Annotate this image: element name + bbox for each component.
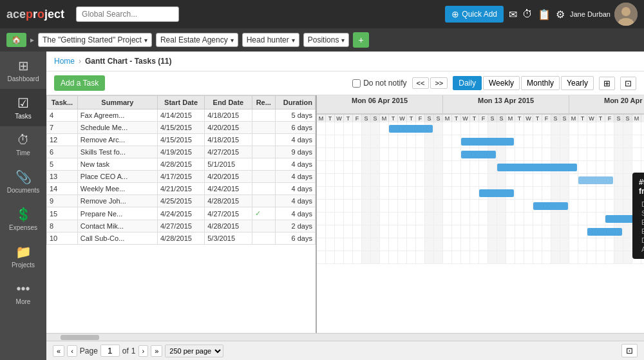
prev-page-button[interactable]: ‹ <box>67 345 77 357</box>
gantt-cell <box>623 251 632 263</box>
prev-prev-button[interactable]: << <box>412 77 430 89</box>
gantt-cell <box>443 251 452 263</box>
project-dropdown[interactable]: The "Getting Started" Project <box>38 33 152 47</box>
fullscreen-button[interactable]: ⊡ <box>621 344 638 357</box>
mail-icon[interactable]: ✉ <box>509 8 517 21</box>
gantt-settings-button[interactable]: ⊞ <box>599 77 615 90</box>
gantt-cell <box>587 187 596 199</box>
table-row[interactable]: 5 New task 4/28/2015 5/1/2015 4 days <box>47 158 316 171</box>
gantt-cell <box>362 200 371 212</box>
tab-monthly[interactable]: Monthly <box>521 76 560 90</box>
gantt-cell <box>623 161 632 173</box>
gantt-cell <box>335 251 344 263</box>
gantt-cell <box>326 135 335 147</box>
table-row[interactable]: 10 Call Sub-Co... 4/28/2015 5/3/2015 6 d… <box>47 232 316 245</box>
quick-add-button[interactable]: ⊕ Quick Add <box>445 6 504 23</box>
gantt-cell <box>623 187 632 199</box>
gantt-cell <box>542 251 551 263</box>
positions-dropdown[interactable]: Positions <box>303 33 350 47</box>
gantt-scrollbar[interactable] <box>46 333 644 341</box>
gantt-cell <box>434 213 443 225</box>
gantt-cell <box>434 148 443 160</box>
gantt-cell <box>587 135 596 147</box>
toolbar: Add a Task Do not notify << >> Daily Wee… <box>46 71 644 95</box>
table-row[interactable]: 15 Prepare Ne... 4/24/2015 4/27/2015 ✓ 4… <box>47 207 316 220</box>
gantt-cell <box>326 213 335 225</box>
breadcrumb-home-link[interactable]: Home <box>54 57 75 66</box>
sidebar-item-dashboard[interactable]: ⊞ Dashboard <box>0 52 46 89</box>
gantt-cell <box>335 225 344 238</box>
gantt-cell <box>425 135 434 147</box>
add-tab-button[interactable]: + <box>353 32 368 48</box>
settings-icon[interactable]: ⚙ <box>556 8 565 21</box>
per-page-select[interactable]: 250 per page <box>165 345 223 357</box>
gantt-cell <box>371 187 380 199</box>
table-row[interactable]: 13 Place CEO A... 4/17/2015 4/20/2015 4 … <box>47 171 316 183</box>
gantt-chart[interactable]: Mon 06 Apr 2015Mon 13 Apr 2015Mon 20 Apr… <box>317 95 644 333</box>
clock-icon[interactable]: ⏱ <box>522 8 533 20</box>
table-row[interactable]: 7 Schedule Me... 4/15/2015 4/20/2015 6 d… <box>47 122 316 134</box>
notify-checkbox[interactable] <box>352 79 361 88</box>
gantt-cell <box>470 200 479 212</box>
gantt-cell <box>461 251 470 263</box>
gantt-cell <box>497 213 506 225</box>
agency-dropdown[interactable]: Real Estate Agency <box>156 33 238 47</box>
last-page-button[interactable]: » <box>151 345 162 357</box>
table-row[interactable]: 8 Contact Mik... 4/27/2015 4/28/2015 2 d… <box>47 220 316 232</box>
sidebar-item-documents[interactable]: 📎 Documents <box>0 163 46 200</box>
gantt-bar <box>479 189 514 197</box>
headhunter-dropdown-label: Head hunter <box>247 35 289 44</box>
add-task-button[interactable]: Add a Task <box>54 75 105 91</box>
table-row[interactable]: 9 Remove Joh... 4/25/2015 4/28/2015 4 da… <box>47 195 316 207</box>
table-row[interactable]: 14 Weekly Mee... 4/21/2015 4/24/2015 4 d… <box>47 183 316 195</box>
gantt-cell <box>488 251 497 263</box>
gantt-cell <box>452 135 461 147</box>
gantt-cell <box>596 213 605 225</box>
gantt-day-cell: T <box>407 115 416 122</box>
gantt-cell <box>425 238 434 251</box>
gantt-cell <box>605 200 614 212</box>
export-button[interactable]: ⊡ <box>620 77 636 90</box>
gantt-cell <box>506 200 515 212</box>
tab-yearly[interactable]: Yearly <box>561 76 594 90</box>
search-input[interactable] <box>76 6 179 22</box>
gantt-cell <box>605 148 614 160</box>
next-next-button[interactable]: >> <box>430 77 448 89</box>
gantt-cell <box>470 238 479 251</box>
first-page-button[interactable]: « <box>53 345 64 357</box>
sidebar-item-tasks[interactable]: ☑ Tasks <box>0 89 46 126</box>
tab-daily[interactable]: Daily <box>453 76 482 90</box>
sidebar-item-more[interactable]: ••• More <box>0 275 46 312</box>
gantt-cell <box>614 251 623 263</box>
gantt-cell <box>317 200 326 212</box>
sidebar-item-expenses[interactable]: 💲 Expenses <box>0 200 46 238</box>
table-row[interactable]: 6 Skills Test fo... 4/19/2015 4/27/2015 … <box>47 146 316 158</box>
sidebar-item-projects[interactable]: 📁 Projects <box>0 238 46 275</box>
home-button[interactable]: 🏠 <box>6 33 26 47</box>
tooltip-row: Estimated Hours:1.00 <box>639 227 644 236</box>
gantt-row <box>317 213 644 225</box>
gantt-week-row: Mon 06 Apr 2015Mon 13 Apr 2015Mon 20 Apr… <box>317 95 644 115</box>
gantt-cell <box>425 251 434 263</box>
next-page-button[interactable]: › <box>138 345 149 357</box>
gantt-cell <box>389 225 398 238</box>
gantt-day-cell: T <box>452 115 461 122</box>
gantt-bar <box>389 125 433 133</box>
tab-weekly[interactable]: Weekly <box>483 76 520 90</box>
calendar-icon[interactable]: 📋 <box>538 8 551 21</box>
table-row[interactable]: 4 Fax Agreem... 4/14/2015 4/18/2015 5 da… <box>47 109 316 122</box>
gantt-cell <box>344 213 353 225</box>
headhunter-dropdown[interactable]: Head hunter <box>242 33 299 47</box>
gantt-cell <box>407 148 416 160</box>
table-row[interactable]: 12 Remove Arc... 4/15/2015 4/18/2015 4 d… <box>47 134 316 146</box>
gantt-row <box>317 174 644 187</box>
gantt-cell <box>614 187 623 199</box>
gantt-cell <box>326 187 335 199</box>
gantt-cell <box>569 122 578 135</box>
gantt-cell <box>596 238 605 251</box>
page-input[interactable] <box>100 345 120 357</box>
gantt-cell <box>416 225 425 238</box>
gantt-row <box>317 200 644 213</box>
sidebar-item-time[interactable]: ⏱ Time <box>0 126 46 163</box>
gantt-cell <box>461 174 470 186</box>
